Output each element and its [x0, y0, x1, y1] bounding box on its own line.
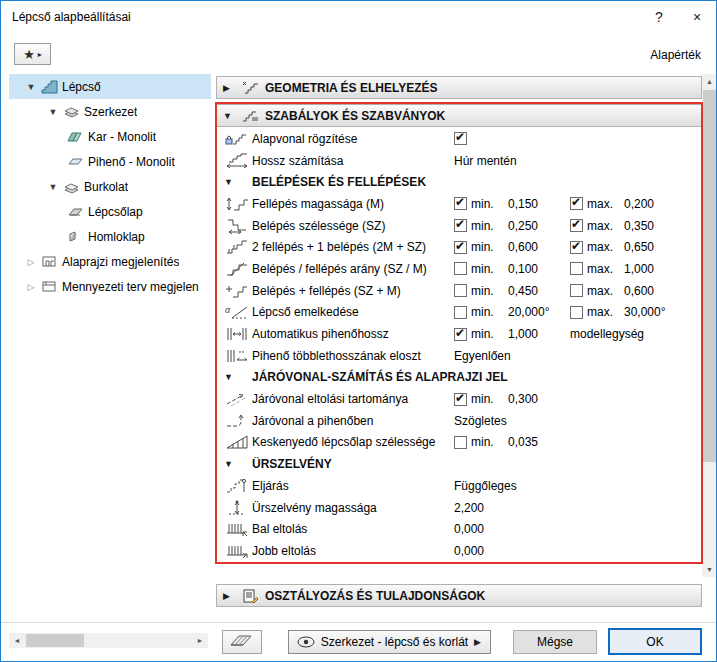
max-checkbox[interactable]: max. — [570, 284, 624, 298]
eraser-button[interactable] — [222, 630, 262, 654]
checkbox-checked[interactable] — [454, 132, 467, 145]
section-szabalyok-es-szabvanyok[interactable]: ▼ SZABÁLYOK ÉS SZABVÁNYOK — [216, 104, 702, 127]
min-value[interactable]: 0,600 — [508, 240, 570, 254]
max-checkbox[interactable]: max. — [570, 240, 624, 254]
max-label: max. — [587, 197, 613, 211]
setting-value[interactable]: 0,000 — [454, 544, 702, 558]
ok-button[interactable]: OK — [608, 628, 702, 655]
subsection-expanded-icon: ▼ — [222, 177, 252, 187]
setting-label: Jobb eltolás — [252, 544, 454, 558]
max-value[interactable]: 0,350 — [624, 219, 702, 233]
max-value[interactable]: 30,000° — [624, 305, 702, 319]
setting-value[interactable]: Húr mentén — [454, 154, 702, 168]
setting-value[interactable]: 0,000 — [454, 522, 702, 536]
max-checkbox[interactable]: max. — [570, 197, 624, 211]
min-value[interactable]: 0,150 — [508, 197, 570, 211]
tree-item-alaprajzi-megjelenítés[interactable]: ▷Alaprajzi megjelenítés — [9, 249, 211, 274]
favorites-button[interactable]: ★ ▸ — [14, 43, 51, 65]
tree-item-mennyezeti-terv-megjelen[interactable]: ▷Mennyezeti terv megjelen — [9, 274, 211, 299]
tree-item-burkolat[interactable]: ▼Burkolat — [9, 174, 211, 199]
checkbox-unchecked[interactable] — [454, 436, 467, 449]
min-checkbox[interactable]: min. — [454, 219, 508, 233]
setting-value[interactable]: Függőleges — [454, 479, 702, 493]
min-checkbox[interactable]: min. — [454, 392, 508, 406]
checkbox-checked[interactable] — [454, 197, 467, 210]
min-checkbox[interactable]: min. — [454, 327, 508, 341]
min-checkbox[interactable]: min. — [454, 197, 508, 211]
tree-collapsed-icon[interactable]: ▷ — [23, 257, 39, 267]
checkbox-checked[interactable] — [570, 197, 583, 210]
checkbox-unchecked[interactable] — [570, 262, 583, 275]
checkbox-checked[interactable] — [454, 219, 467, 232]
checkbox-checked[interactable] — [570, 241, 583, 254]
scroll-down-icon[interactable]: ▼ — [702, 562, 717, 577]
setting-value[interactable]: 2,200 — [454, 501, 702, 515]
help-button[interactable]: ? — [640, 1, 678, 32]
min-value[interactable]: 0,035 — [508, 435, 570, 449]
checkbox-unchecked[interactable] — [454, 306, 467, 319]
max-checkbox[interactable]: max. — [570, 219, 624, 233]
section-collapsed-icon: ▶ — [223, 591, 241, 601]
scroll-left-icon[interactable]: ◄ — [9, 633, 25, 648]
checkbox-unchecked[interactable] — [570, 284, 583, 297]
settings-row-ürszelvény-magassága: Ürszelvény magassága2,200 — [216, 497, 702, 519]
close-button[interactable]: × — [678, 1, 716, 32]
tree-item-kar-monolit[interactable]: Kar - Monolit — [9, 124, 211, 149]
setting-label: Ürszelvény magassága — [252, 501, 454, 515]
checkbox-checked[interactable] — [454, 393, 467, 406]
scrollbar-thumb[interactable] — [703, 90, 716, 462]
model-view-dropdown[interactable]: Szerkezet - lépcső és korlát ▶ — [288, 630, 491, 654]
min-value[interactable]: 0,300 — [508, 392, 570, 406]
min-value[interactable]: 0,250 — [508, 219, 570, 233]
checkbox-unchecked[interactable] — [454, 284, 467, 297]
setting-value[interactable]: Egyenlően — [454, 349, 702, 363]
tree-expanded-icon[interactable]: ▼ — [45, 107, 61, 117]
max-checkbox[interactable]: max. — [570, 262, 624, 276]
scroll-right-icon[interactable]: ► — [192, 633, 208, 648]
checkbox-unchecked[interactable] — [570, 306, 583, 319]
min-checkbox[interactable]: min. — [454, 305, 508, 319]
tree-item-label: Mennyezeti terv megjelen — [62, 280, 199, 294]
subsection-header-belépések-és-fellépések[interactable]: ▼BELÉPÉSEK ÉS FELLÉPÉSEK — [216, 171, 702, 193]
checkbox-checked[interactable] — [454, 241, 467, 254]
max-value[interactable]: 0,650 — [624, 240, 702, 254]
cancel-button[interactable]: Mégse — [513, 630, 597, 654]
settings-row-2-fellépés-1-belépés-2m-sz: 2 fellépés + 1 belépés (2M + SZ)min.0,60… — [216, 236, 702, 258]
settings-row-belépés-fellépés-sz-m: Belépés + fellépés (SZ + M)min.0,450max.… — [216, 280, 702, 302]
section-title: SZABÁLYOK ÉS SZABVÁNYOK — [265, 109, 445, 123]
min-checkbox[interactable]: min. — [454, 262, 508, 276]
min-value[interactable]: 1,000 — [508, 327, 570, 341]
section-geometria-es-elhelyezes[interactable]: ▶ GEOMETRIA ÉS ELHELYEZÉS — [216, 76, 702, 99]
max-value[interactable]: 1,000 — [624, 262, 702, 276]
subsection-header-járóvonal-számítás-és-alaprajzi-jel[interactable]: ▼JÁRÓVONAL-SZÁMÍTÁS ÉS ALAPRAJZI JEL — [216, 367, 702, 389]
max-value[interactable]: 0,600 — [624, 284, 702, 298]
tree-item-pihenő-monolit[interactable]: Pihenő - Monolit — [9, 149, 211, 174]
tree-collapsed-icon[interactable]: ▷ — [23, 282, 39, 292]
max-value[interactable]: 0,200 — [624, 197, 702, 211]
checkbox-checked[interactable] — [454, 328, 467, 341]
checkbox-checked[interactable] — [570, 219, 583, 232]
setting-checkbox[interactable] — [454, 132, 508, 145]
tree-item-homloklap[interactable]: Homloklap — [9, 224, 211, 249]
min-value[interactable]: 0,100 — [508, 262, 570, 276]
tree-expanded-icon[interactable]: ▼ — [23, 82, 39, 92]
min-value[interactable]: 0,450 — [508, 284, 570, 298]
min-checkbox[interactable]: min. — [454, 435, 508, 449]
scroll-up-icon[interactable]: ▲ — [702, 74, 717, 89]
min-checkbox[interactable]: min. — [454, 240, 508, 254]
tree-item-lépcső[interactable]: ▼Lépcső — [9, 74, 211, 99]
checkbox-unchecked[interactable] — [454, 262, 467, 275]
subsection-header-ürszelvény[interactable]: ▼ÜRSZELVÉNY — [216, 453, 702, 475]
tree-item-lépcsőlap[interactable]: Lépcsőlap — [9, 199, 211, 224]
min-label: min. — [471, 240, 494, 254]
sidebar-horizontal-scrollbar[interactable]: ◄ ► — [9, 633, 208, 648]
setting-value[interactable]: Szögletes — [454, 414, 702, 428]
tree-item-szerkezet[interactable]: ▼Szerkezet — [9, 99, 211, 124]
scrollbar-thumb[interactable] — [26, 634, 84, 647]
max-checkbox[interactable]: max. — [570, 305, 624, 319]
tree-expanded-icon[interactable]: ▼ — [45, 182, 61, 192]
main-vertical-scrollbar[interactable]: ▲ ▼ — [702, 74, 717, 577]
section-osztalyozas-es-tulajdonsagok[interactable]: ▶ OSZTÁLYOZÁS ÉS TULAJDONSÁGOK — [216, 584, 702, 607]
min-checkbox[interactable]: min. — [454, 284, 508, 298]
min-value[interactable]: 20,000° — [508, 305, 570, 319]
